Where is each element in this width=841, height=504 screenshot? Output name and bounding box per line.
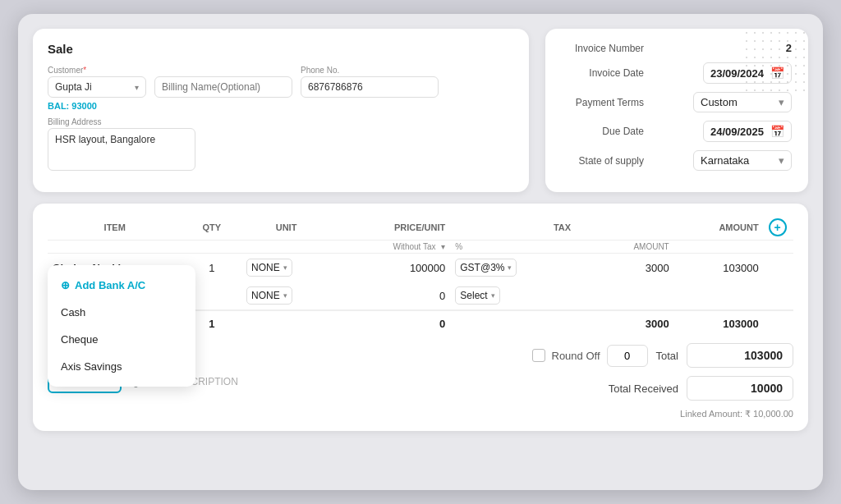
state-of-supply-label: State of supply [562,155,644,167]
chevron-down-icon: ▾ [508,263,512,272]
total-value-box: 103000 [687,343,793,368]
billing-address-label: Billing Address [48,117,514,126]
cheque-item[interactable]: Cheque [48,326,195,353]
state-of-supply-row: State of supply Karnataka ▾ [562,150,792,171]
right-totals: Round Off Total 103000 Total Received 10… [532,343,794,419]
unit-select-2[interactable]: NONE ▾ [246,286,292,305]
total-text-label: Total [656,350,678,362]
bank-dropdown-popup: ⊕ Add Bank A/C Cash Cheque Axis Savings [48,265,195,387]
th-price: PRICE/UNIT [331,215,450,241]
phone-label: Phone No. [301,66,439,75]
tax-type-select-2[interactable]: Select ▾ [455,286,499,305]
payment-terms-label: Payment Terms [562,97,644,108]
tax-amount-sub: AMOUNT [587,241,674,254]
chevron-down-icon: ▾ [283,263,287,272]
item-price: 100000 [331,254,450,282]
state-of-supply-select[interactable]: Karnataka ▾ [693,150,792,171]
billing-name-input[interactable] [154,76,292,98]
price-sub-label: Without Tax ▾ [393,242,445,251]
item-unit: NONE ▾ [241,254,331,282]
table-sub-header-row: Without Tax ▾ % AMOUNT [48,241,793,254]
due-date-label: Due Date [562,126,644,137]
table-header-row: ITEM QTY UNIT PRICE/UNIT TAX AMOUNT + [48,215,793,241]
total-line: Round Off Total 103000 [532,343,794,368]
total-tax-amount: 3000 [587,310,674,335]
payment-terms-row: Payment Terms Custom ▾ [562,92,792,112]
linked-amount-text: Linked Amount: ₹ 10,000.00 [680,409,793,419]
th-qty: QTY [182,215,241,241]
main-container: Sale Customer* Gupta Ji ▾ BAL: 93000 [18,14,823,490]
total-received-line: Total Received 10000 [609,376,793,401]
unit-select-1[interactable]: NONE ▾ [246,259,292,277]
cash-item[interactable]: Cash [48,299,195,326]
billing-address-box[interactable]: HSR layout, Bangalore [48,128,195,171]
th-tax: TAX [450,215,673,241]
due-date-input[interactable]: 24/09/2025 📅 [703,121,792,142]
total-amount: 103000 [674,310,764,335]
th-item: ITEM [48,215,182,241]
item-tax-type: GST@3% ▾ [450,254,587,282]
chevron-down-icon: ▾ [491,291,495,300]
sale-title: Sale [48,42,514,56]
customer-label: Customer* [48,66,146,75]
top-section: Sale Customer* Gupta Ji ▾ BAL: 93000 [33,29,808,192]
round-off-label: Round Off [552,350,600,362]
th-unit: UNIT [241,215,331,241]
invoice-date-label: Invoice Date [562,67,644,79]
total-price: 0 [331,310,450,335]
round-off-checkbox[interactable] [532,349,545,362]
round-off-input[interactable] [607,345,648,367]
calendar-icon-2: 📅 [770,125,784,138]
customer-select[interactable]: Gupta Ji ▾ [48,76,146,98]
payment-terms-select[interactable]: Custom ▾ [693,92,792,112]
item-price-2: 0 [331,282,450,310]
axis-savings-item[interactable]: Axis Savings [48,353,195,380]
chevron-down-icon: ▾ [135,83,139,92]
sale-card: Sale Customer* Gupta Ji ▾ BAL: 93000 [33,29,529,192]
total-received-box: 10000 [687,376,793,401]
round-off-group: Round Off [532,345,648,367]
chevron-down-icon-state: ▾ [779,154,784,167]
tax-type-select-1[interactable]: GST@3% ▾ [455,259,517,277]
dot-pattern-decoration [742,29,808,94]
table-card: ITEM QTY UNIT PRICE/UNIT TAX AMOUNT + [33,204,808,431]
tax-pct-sub: % [450,241,587,254]
item-tax-type-2: Select ▾ [450,282,587,310]
due-date-row: Due Date 24/09/2025 📅 [562,121,792,142]
chevron-down-icon: ▾ [283,291,287,300]
total-received-label: Total Received [609,383,678,395]
th-amount: AMOUNT [674,215,764,241]
phone-input[interactable] [301,76,439,98]
item-tax-amount-2 [587,282,674,310]
th-plus: + [764,215,793,241]
invoice-number-label: Invoice Number [562,43,644,54]
item-unit-2: NONE ▾ [241,282,331,310]
add-column-button[interactable]: + [769,218,787,236]
item-amount: 103000 [674,254,764,282]
add-bank-item[interactable]: ⊕ Add Bank A/C [48,272,195,299]
circle-plus-icon: ⊕ [61,279,70,291]
item-amount-2 [674,282,764,310]
balance-text: BAL: 93000 [48,101,146,111]
item-tax-amount: 3000 [587,254,674,282]
chevron-down-icon: ▾ [779,96,784,108]
